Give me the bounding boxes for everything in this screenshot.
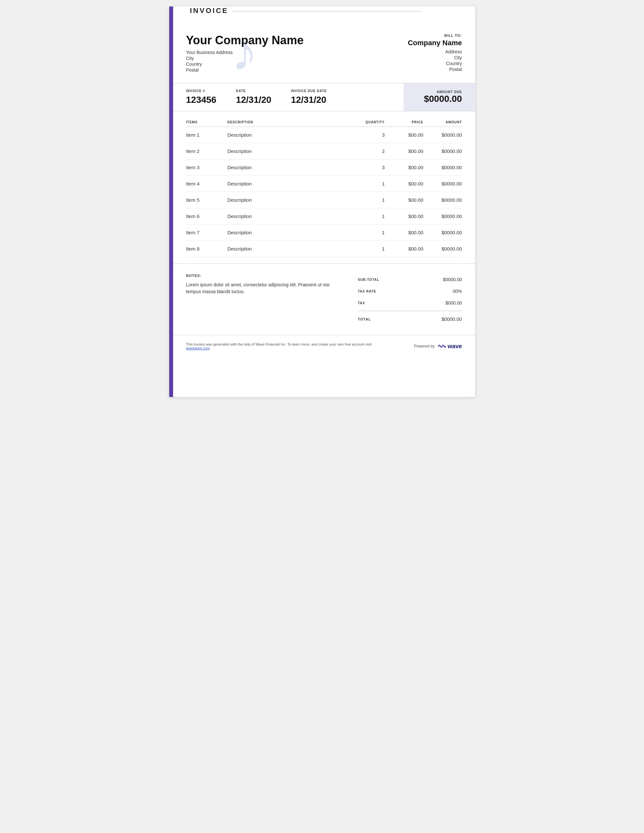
right-bill-to: BILL TO: Company Name Address City Count…	[408, 29, 462, 72]
invoice-num-label: INVOICE #	[186, 89, 216, 93]
items-section: ITEMS DESCRIPTION QUANTITY PRICE AMOUNT …	[173, 111, 475, 264]
footer-note-text: This invoice was generated with the help…	[186, 342, 372, 346]
amount-due-value: $0000.00	[424, 94, 462, 104]
bill-address: Address	[408, 49, 462, 54]
item-name-4: Item 5	[186, 192, 227, 208]
item-amount-4: $0000.00	[423, 192, 462, 208]
item-price-6: $00.00	[385, 225, 423, 241]
item-price-2: $00.00	[385, 159, 423, 176]
tax-rate-label: TAX RATE	[358, 289, 377, 293]
table-row: Item 8 Description 1 $00.00 $0000.00	[186, 241, 462, 257]
meta-invoice-num: INVOICE # 123456	[186, 89, 216, 105]
bill-postal: Postal	[408, 67, 462, 72]
meta-due-date: INVOICE DUE DATE 12/31/20	[291, 89, 327, 105]
invoice-meta-row: INVOICE # 123456 DATE 12/31/20 INVOICE D…	[173, 83, 475, 111]
meta-amount-box: AMOUNT DUE $0000.00	[404, 83, 475, 111]
company-postal: Postal	[186, 68, 304, 72]
subtotal-row: SUB-TOTAL $0000.00	[358, 273, 462, 285]
invoice-title-line	[232, 11, 421, 12]
items-table: ITEMS DESCRIPTION QUANTITY PRICE AMOUNT …	[186, 118, 462, 257]
item-price-1: $00.00	[385, 143, 423, 159]
item-desc-4: Description	[227, 192, 352, 208]
item-desc-2: Description	[227, 159, 352, 176]
meta-date: DATE 12/31/20	[236, 89, 271, 105]
item-name-2: Item 3	[186, 159, 227, 176]
tax-rate-value: 00%	[452, 289, 462, 294]
col-header-price: PRICE	[385, 118, 423, 127]
item-qty-6: 1	[351, 225, 385, 241]
notes-label: NOTES:	[186, 273, 345, 278]
table-row: Item 4 Description 1 $00.00 $0000.00	[186, 176, 462, 192]
meta-left: INVOICE # 123456 DATE 12/31/20 INVOICE D…	[173, 83, 404, 111]
item-price-5: $00.00	[385, 208, 423, 225]
item-amount-1: $0000.00	[423, 143, 462, 159]
table-row: Item 3 Description 3 $00.00 $0000.00	[186, 159, 462, 176]
item-qty-3: 1	[351, 176, 385, 192]
tax-row: TAX $000.00	[358, 297, 462, 309]
bill-to-label: BILL TO:	[408, 34, 462, 37]
totals-divider	[358, 311, 462, 311]
invoice-page: INVOICE ♪ Your Company Name Your Busines…	[169, 6, 475, 397]
item-amount-2: $0000.00	[423, 159, 462, 176]
table-row: Item 7 Description 1 $00.00 $0000.00	[186, 225, 462, 241]
date-label: DATE	[236, 89, 271, 93]
table-row: Item 6 Description 1 $00.00 $0000.00	[186, 208, 462, 225]
item-qty-4: 1	[351, 192, 385, 208]
accent-bar	[169, 6, 173, 397]
left-company: Your Company Name Your Business Address …	[186, 29, 304, 73]
item-price-3: $00.00	[385, 176, 423, 192]
wave-logo: wave	[437, 342, 462, 351]
item-desc-1: Description	[227, 143, 352, 159]
item-qty-7: 1	[351, 241, 385, 257]
table-row: Item 1 Description 3 $00.00 $0000.00	[186, 127, 462, 143]
wave-icon	[437, 342, 446, 351]
company-address: Your Business Address	[186, 50, 304, 55]
footer-link[interactable]: waveapps.com	[186, 346, 210, 350]
amount-due-label: AMOUNT DUE	[437, 90, 462, 94]
footer-section: NOTES: Lorem ipsum dolor sit amet, conse…	[173, 264, 475, 335]
item-name-1: Item 2	[186, 143, 227, 159]
subtotal-label: SUB-TOTAL	[358, 278, 380, 281]
col-header-amount: AMOUNT	[423, 118, 462, 127]
total-row: TOTAL $0000.00	[358, 313, 462, 325]
content-area: INVOICE ♪ Your Company Name Your Busines…	[173, 6, 475, 357]
notes-text: Lorem ipsum dolor sit amet, consectetur …	[186, 281, 342, 295]
company-city: City	[186, 56, 304, 61]
total-label: TOTAL	[358, 317, 371, 321]
invoice-title: INVOICE	[190, 6, 229, 15]
subtotal-value: $0000.00	[443, 277, 462, 282]
totals-block: SUB-TOTAL $0000.00 TAX RATE 00% TAX $000…	[358, 273, 462, 325]
invoice-title-row: INVOICE	[190, 6, 475, 15]
powered-by: Powered by wave	[414, 342, 462, 351]
item-qty-5: 1	[351, 208, 385, 225]
bill-city: City	[408, 55, 462, 60]
powered-by-label: Powered by	[414, 344, 435, 349]
table-row: Item 2 Description 2 $00.00 $0000.00	[186, 143, 462, 159]
item-name-5: Item 6	[186, 208, 227, 225]
tax-rate-row: TAX RATE 00%	[358, 285, 462, 297]
due-date-label: INVOICE DUE DATE	[291, 89, 327, 93]
col-header-desc: DESCRIPTION	[227, 118, 352, 127]
company-name: Your Company Name	[186, 34, 304, 47]
bill-country: Country	[408, 61, 462, 66]
item-price-4: $00.00	[385, 192, 423, 208]
total-value: $0000.00	[441, 316, 462, 322]
table-row: Item 5 Description 1 $00.00 $0000.00	[186, 192, 462, 208]
date-value: 12/31/20	[236, 95, 271, 105]
due-date-value: 12/31/20	[291, 95, 327, 105]
col-header-qty: QUANTITY	[351, 118, 385, 127]
item-desc-0: Description	[227, 127, 352, 143]
item-amount-3: $0000.00	[423, 176, 462, 192]
col-header-items: ITEMS	[186, 118, 227, 127]
item-amount-0: $0000.00	[423, 127, 462, 143]
item-amount-5: $0000.00	[423, 208, 462, 225]
notes-block: NOTES: Lorem ipsum dolor sit amet, conse…	[186, 273, 345, 295]
item-qty-1: 2	[351, 143, 385, 159]
item-qty-2: 3	[351, 159, 385, 176]
tax-value: $000.00	[446, 300, 462, 306]
item-price-0: $00.00	[385, 127, 423, 143]
item-price-7: $00.00	[385, 241, 423, 257]
company-country: Country	[186, 61, 304, 67]
invoice-num-value: 123456	[186, 95, 216, 105]
item-desc-3: Description	[227, 176, 352, 192]
